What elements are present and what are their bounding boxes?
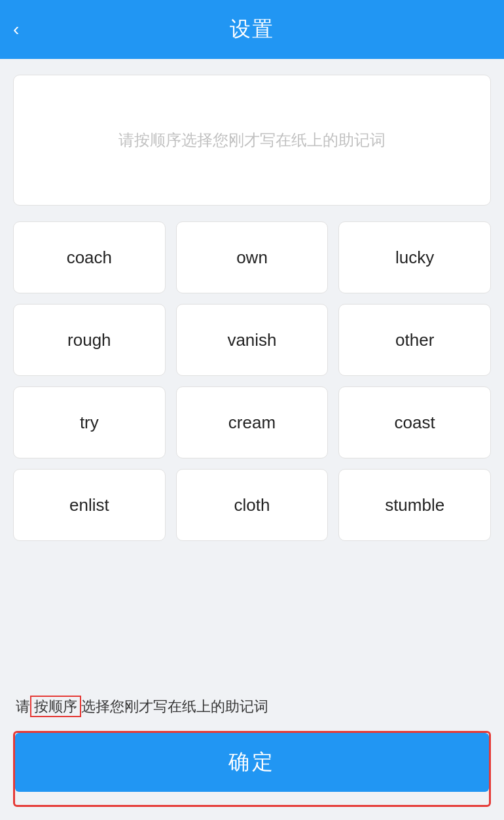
main-content: 请按顺序选择您刚才写在纸上的助记词 coachownluckyroughvani… <box>0 59 504 695</box>
instruction-prefix: 请 <box>16 698 30 715</box>
confirm-button-wrapper: 确定 <box>13 731 491 807</box>
word-btn-coast[interactable]: coast <box>338 386 491 458</box>
word-btn-vanish[interactable]: vanish <box>176 304 329 376</box>
confirm-button[interactable]: 确定 <box>15 733 489 792</box>
word-btn-stumble[interactable]: stumble <box>338 469 491 541</box>
back-button[interactable]: ‹ <box>13 19 19 40</box>
word-btn-cloth[interactable]: cloth <box>176 469 329 541</box>
word-btn-own[interactable]: own <box>176 221 329 293</box>
header: ‹ 设置 <box>0 0 504 59</box>
mnemonic-input-area: 请按顺序选择您刚才写在纸上的助记词 <box>13 75 491 206</box>
word-grid: coachownluckyroughvanishothertrycreamcoa… <box>13 221 491 541</box>
word-btn-coach[interactable]: coach <box>13 221 166 293</box>
input-placeholder: 请按顺序选择您刚才写在纸上的助记词 <box>118 128 386 152</box>
word-btn-lucky[interactable]: lucky <box>338 221 491 293</box>
bottom-section: 请按顺序选择您刚才写在纸上的助记词 确定 <box>0 695 504 820</box>
word-btn-cream[interactable]: cream <box>176 386 329 458</box>
word-btn-other[interactable]: other <box>338 304 491 376</box>
page-title: 设置 <box>230 15 274 44</box>
instruction-suffix: 选择您刚才写在纸上的助记词 <box>81 698 268 715</box>
instruction-highlight: 按顺序 <box>30 696 81 717</box>
word-btn-enlist[interactable]: enlist <box>13 469 166 541</box>
word-btn-try[interactable]: try <box>13 386 166 458</box>
instruction-text: 请按顺序选择您刚才写在纸上的助记词 <box>13 695 491 718</box>
word-btn-rough[interactable]: rough <box>13 304 166 376</box>
